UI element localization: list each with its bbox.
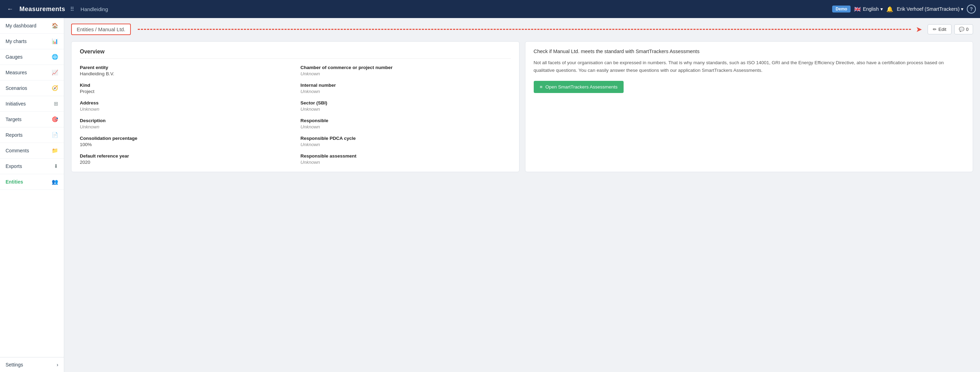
sidebar-icon-comments: 📁 [50, 148, 58, 154]
sidebar-icon-exports: ⬇ [50, 163, 58, 169]
chevron-down-icon: ▾ [880, 6, 883, 12]
app-brand: Measurements [19, 6, 65, 13]
sidebar-label-my-charts: My charts [6, 38, 27, 44]
assessments-button-label: Open SmartTrackers Assessments [545, 84, 617, 89]
settings-label: Settings [6, 362, 23, 367]
sidebar-item-gauges[interactable]: Gauges 🌐 [0, 49, 64, 65]
sidebar-item-exports[interactable]: Exports ⬇ [0, 159, 64, 174]
sidebar-icon-entities: 👥 [50, 179, 58, 185]
overview-field: Chamber of commerce or project number Un… [301, 65, 511, 76]
overview-field: Responsible Unknown [301, 118, 511, 129]
sidebar-item-reports[interactable]: Reports 📄 [0, 127, 64, 143]
field-label: Kind [80, 83, 290, 88]
comment-icon: 💬 [959, 27, 964, 32]
comment-button[interactable]: 💬 0 [954, 24, 973, 34]
field-label: Responsible PDCA cycle [301, 136, 511, 141]
top-nav: ← Measurements ⠿ Handleiding Demo 🇬🇧 Eng… [0, 0, 980, 18]
field-value: Unknown [80, 124, 290, 129]
field-label: Default reference year [80, 153, 290, 159]
notification-bell-icon[interactable]: 🔔 [886, 6, 893, 13]
overview-field: Sector (SBI) Unknown [301, 100, 511, 112]
sidebar-icon-measures: 📈 [50, 69, 58, 76]
sidebar-label-gauges: Gauges [6, 54, 22, 60]
sidebar-item-entities[interactable]: Entities 👥 [0, 174, 64, 190]
field-label: Address [80, 100, 290, 105]
field-label: Responsible [301, 118, 511, 123]
help-button[interactable]: ? [967, 5, 976, 14]
edit-button[interactable]: ✏ Edit [928, 24, 951, 34]
sidebar-item-comments[interactable]: Comments 📁 [0, 143, 64, 159]
user-name: Erik Verhoef (SmartTrackers) [897, 6, 959, 12]
overview-field: Parent entity Handleiding B.V. [80, 65, 290, 76]
content-area: Entities / Manual Ltd. ➤ ✏ Edit 💬 0 Over… [64, 18, 980, 372]
breadcrumb-actions: ✏ Edit 💬 0 [928, 24, 973, 34]
field-value: Handleiding B.V. [80, 71, 290, 76]
arrow-icon: ➤ [916, 26, 922, 33]
sidebar-label-targets: Targets [6, 117, 22, 122]
breadcrumb: Entities / Manual Ltd. [71, 24, 131, 35]
sidebar-icon-my-charts: 📊 [50, 38, 58, 45]
field-value: Unknown [80, 107, 290, 112]
user-menu[interactable]: Erik Verhoef (SmartTrackers) ▾ [897, 6, 963, 12]
sidebar-item-measures[interactable]: Measures 📈 [0, 65, 64, 81]
overview-field: Address Unknown [80, 100, 290, 112]
sidebar-label-entities: Entities [6, 179, 23, 184]
demo-badge: Demo [832, 6, 851, 13]
sidebar-item-scenarios[interactable]: Scenarios 🧭 [0, 81, 64, 96]
field-value: Unknown [301, 107, 511, 112]
sidebar-item-my-charts[interactable]: My charts 📊 [0, 33, 64, 49]
overview-card: Overview Parent entity Handleiding B.V. … [71, 41, 520, 172]
flag-icon: 🇬🇧 [854, 6, 861, 13]
nav-breadcrumb: Handleiding [81, 6, 108, 12]
field-value: Unknown [301, 89, 511, 94]
sidebar-icon-scenarios: 🧭 [50, 85, 58, 91]
field-value: Unknown [301, 71, 511, 76]
field-label: Chamber of commerce or project number [301, 65, 511, 70]
sidebar-label-my-dashboard: My dashboard [6, 23, 37, 29]
field-value: Unknown [301, 124, 511, 129]
sidebar-label-measures: Measures [6, 70, 27, 75]
sidebar-label-comments: Comments [6, 148, 29, 153]
assessments-list-icon: ≡ [540, 84, 543, 89]
breadcrumb-text: Entities / Manual Ltd. [77, 26, 125, 32]
field-value: 2020 [80, 160, 290, 165]
breadcrumb-row: Entities / Manual Ltd. ➤ ✏ Edit 💬 0 [71, 24, 973, 35]
open-assessments-button[interactable]: ≡ Open SmartTrackers Assessments [534, 81, 624, 93]
sidebar-icon-targets: 🎯 [50, 116, 58, 122]
sidebar-item-settings[interactable]: Settings › [0, 357, 64, 372]
main-layout: My dashboard 🏠 My charts 📊 Gauges 🌐 Meas… [0, 18, 980, 372]
sidebar-icon-reports: 📄 [50, 132, 58, 138]
overview-field: Responsible PDCA cycle Unknown [301, 136, 511, 147]
overview-field: Kind Project [80, 83, 290, 94]
overview-field: Consolidation percentage 100% [80, 136, 290, 147]
sidebar-item-my-dashboard[interactable]: My dashboard 🏠 [0, 18, 64, 33]
sidebar-collapse-button[interactable]: ← [4, 4, 16, 14]
sidebar-icon-initiatives: ⊞ [50, 101, 58, 107]
field-label: Responsible assessment [301, 153, 511, 159]
overview-field: Internal number Unknown [301, 83, 511, 94]
field-label: Consolidation percentage [80, 136, 290, 141]
overview-field: Responsible assessment Unknown [301, 153, 511, 165]
field-value: Unknown [301, 160, 511, 165]
sidebar-label-scenarios: Scenarios [6, 85, 27, 91]
settings-chevron-icon: › [57, 362, 58, 367]
field-value: Project [80, 89, 290, 94]
sidebar-item-initiatives[interactable]: Initiatives ⊞ [0, 96, 64, 112]
overview-field: Description Unknown [80, 118, 290, 129]
sidebar-label-exports: Exports [6, 164, 22, 169]
edit-icon: ✏ [933, 27, 937, 32]
language-selector[interactable]: 🇬🇧 English ▾ [854, 6, 883, 13]
field-label: Sector (SBI) [301, 100, 511, 105]
assessment-card: Check if Manual Ltd. meets the standard … [525, 41, 974, 172]
overview-grid: Parent entity Handleiding B.V. Chamber o… [80, 65, 511, 165]
edit-label: Edit [939, 27, 946, 32]
user-chevron-icon: ▾ [961, 6, 963, 12]
sidebar-icon-my-dashboard: 🏠 [50, 22, 58, 29]
assessment-description: Not all facets of your organisation can … [534, 59, 965, 74]
sidebar-item-targets[interactable]: Targets 🎯 [0, 112, 64, 127]
field-value: 100% [80, 142, 290, 147]
grid-icon[interactable]: ⠿ [70, 6, 74, 13]
sidebar: My dashboard 🏠 My charts 📊 Gauges 🌐 Meas… [0, 18, 64, 372]
overview-field: Default reference year 2020 [80, 153, 290, 165]
overview-card-title: Overview [80, 49, 511, 59]
